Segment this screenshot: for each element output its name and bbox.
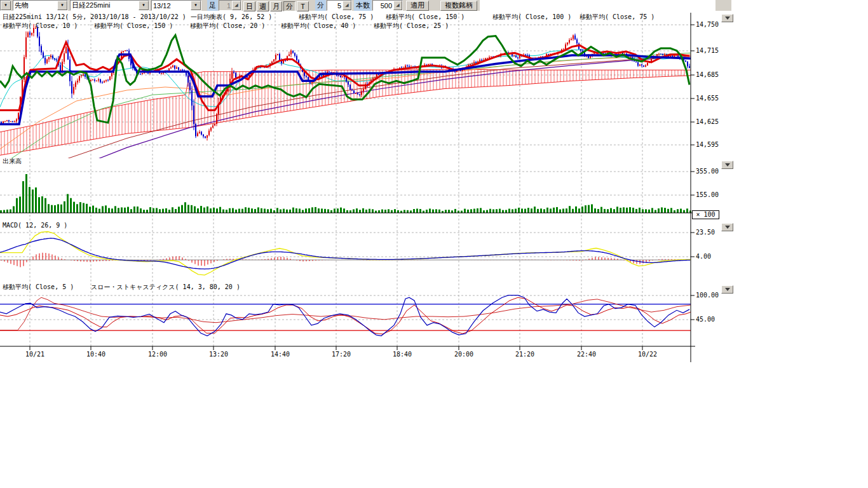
apply-button[interactable]: 適用 [406, 1, 429, 11]
time-axis-label: 10/21 [25, 351, 44, 358]
stoch-axis-label: 100.00 [696, 292, 719, 299]
chevron-down-icon [725, 17, 730, 20]
pane-label-2: 移動平均( Close, 5 ) [3, 283, 74, 290]
bar-type-label: 足 [207, 0, 218, 11]
minutes-label: 分 [315, 0, 326, 11]
legend-row1-2: 移動平均( Close, 75 ) [299, 13, 374, 20]
legend-row1-0: 日経225mini 13/12( 5分, 2013/10/18 - 2013/1… [3, 13, 186, 20]
pane-collapse-button-0[interactable] [721, 14, 733, 22]
period-button-T[interactable]: T [297, 1, 309, 11]
price-axis-label: 14,750 [696, 21, 719, 28]
pane-collapse-button-3[interactable] [721, 285, 733, 294]
multi-symbol-button[interactable]: 複数銘柄 [440, 1, 477, 11]
toolbar-corner-box [715, 0, 731, 11]
macd-axis-label: 23.50 [696, 229, 715, 236]
symbol-combo[interactable]: 日経225mini ▼ [70, 0, 149, 11]
legend-row2-2: 移動平均( Close, 20 ) [190, 22, 265, 29]
price-axis-label: 14,595 [696, 141, 719, 148]
minutes-spinner[interactable]: 5 ◢ [327, 0, 352, 11]
chevron-down-icon[interactable]: ▼ [191, 1, 201, 10]
time-axis-label: 18:40 [393, 351, 412, 358]
time-axis-label: 13:20 [209, 351, 228, 358]
bar-count-label: 本数 [354, 0, 372, 11]
period-button-group: 日週月分T [243, 0, 310, 11]
period-button-日[interactable]: 日 [243, 1, 255, 11]
legend-row1-4: 移動平均( Close, 100 ) [492, 13, 571, 20]
time-axis-label: 12:00 [148, 351, 167, 358]
period-button-月[interactable]: 月 [270, 1, 282, 11]
toolbar: ▼ 先物 ▼ 日経225mini ▼ 13/12 ▼ 足 1 ◢ 日週月分T 分… [0, 0, 480, 11]
pane-label-3: スロー・ストキャスティクス( 14, 3, 80, 20 ) [91, 283, 240, 290]
legend-row2-3: 移動平均( Close, 40 ) [281, 22, 356, 29]
bar-interval-value: 1 [219, 2, 232, 10]
pane-label-1: MACD( 12, 26, 9 ) [3, 222, 67, 229]
volume-axis-label: 355.00 [696, 168, 719, 175]
contract-month-value: 13/12 [152, 2, 191, 10]
period-button-分[interactable]: 分 [283, 1, 295, 11]
time-axis-label: 10/22 [638, 351, 657, 358]
period-button-週[interactable]: 週 [257, 1, 269, 11]
contract-month-combo[interactable]: 13/12 ▼ [151, 0, 201, 11]
instrument-type-value: 先物 [13, 1, 57, 10]
pane-collapse-button-2[interactable] [721, 223, 733, 231]
chevron-down-icon[interactable]: ▼ [139, 1, 149, 10]
volume-axis-label: 155.00 [696, 191, 719, 198]
chevron-down-icon [725, 226, 730, 229]
time-axis-label: 14:40 [271, 351, 290, 358]
chevron-down-icon[interactable]: ▼ [57, 1, 67, 10]
volume-multiplier-box: × 100 [692, 210, 719, 219]
legend-row2-4: 移動平均( Close, 25 ) [374, 22, 449, 29]
spinner-icon[interactable]: ◢ [342, 1, 351, 10]
trading-chart-window: { "toolbar": { "hidden_combo_arrow": "▼"… [0, 0, 868, 488]
hidden-combo[interactable]: ▼ [0, 0, 11, 11]
legend-row1-1: 一目均衡表( 9, 26, 52 ) [191, 13, 272, 20]
time-axis-label: 22:40 [577, 351, 596, 358]
chevron-down-icon [725, 288, 730, 291]
price-axis-label: 14,655 [696, 95, 719, 102]
stoch-axis-label: 45.00 [696, 316, 715, 323]
pane-label-0: 出来高 [3, 158, 22, 165]
legend-row1-5: 移動平均( Close, 75 ) [580, 13, 654, 20]
time-axis-label: 21:20 [515, 351, 534, 358]
macd-axis-label: 4.00 [696, 253, 711, 260]
time-axis-label: 10:40 [86, 351, 105, 358]
legend-row2-0: 移動平均( Close, 10 ) [3, 22, 78, 29]
price-axis-label: 14,685 [696, 71, 719, 78]
chart-canvas [0, 0, 868, 488]
bar-count-value: 500 [373, 2, 393, 10]
symbol-value: 日経225mini [71, 1, 139, 10]
bar-interval-spinner[interactable]: 1 ◢ [219, 0, 241, 11]
legend-row2-1: 移動平均( Close, 150 ) [94, 22, 173, 29]
spinner-icon[interactable]: ◢ [232, 1, 241, 10]
chevron-down-icon[interactable]: ▼ [1, 1, 11, 10]
minutes-value: 5 [327, 2, 342, 10]
time-axis-label: 17:20 [332, 351, 351, 358]
price-axis-label: 14,625 [696, 118, 719, 125]
pane-collapse-button-1[interactable] [721, 161, 733, 169]
spinner-icon[interactable]: ◢ [393, 1, 402, 10]
time-axis-label: 20:00 [454, 351, 473, 358]
legend-row1-3: 移動平均( Close, 150 ) [386, 13, 465, 20]
instrument-type-combo[interactable]: 先物 ▼ [13, 0, 68, 11]
price-axis-label: 14,715 [696, 47, 719, 54]
chevron-down-icon [725, 163, 730, 166]
bar-count-spinner[interactable]: 500 ◢ [372, 0, 403, 11]
